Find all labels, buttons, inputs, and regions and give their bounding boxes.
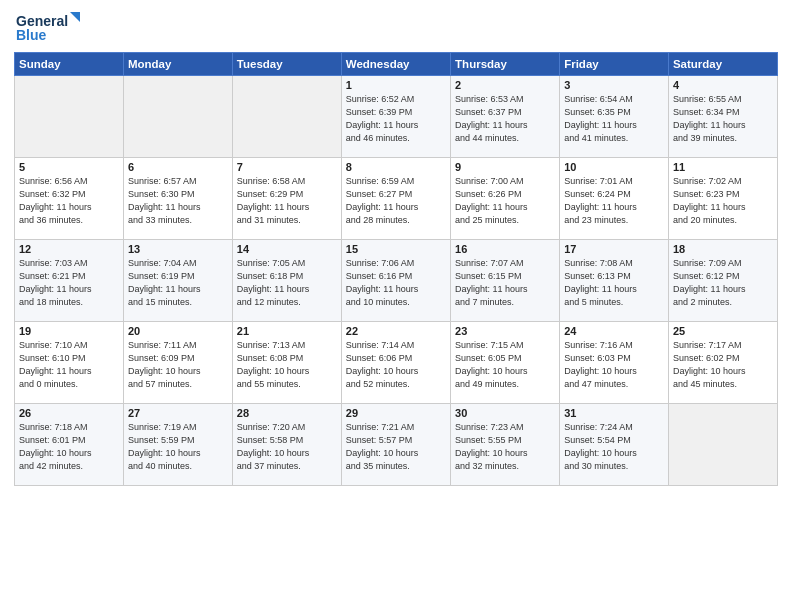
day-info: Sunrise: 7:24 AM Sunset: 5:54 PM Dayligh…	[564, 421, 664, 473]
calendar-cell: 27Sunrise: 7:19 AM Sunset: 5:59 PM Dayli…	[123, 404, 232, 486]
day-number: 27	[128, 407, 228, 419]
day-number: 13	[128, 243, 228, 255]
weekday-header-sunday: Sunday	[15, 53, 124, 76]
calendar-cell: 21Sunrise: 7:13 AM Sunset: 6:08 PM Dayli…	[232, 322, 341, 404]
calendar-cell: 20Sunrise: 7:11 AM Sunset: 6:09 PM Dayli…	[123, 322, 232, 404]
weekday-header-monday: Monday	[123, 53, 232, 76]
day-number: 22	[346, 325, 446, 337]
week-row-4: 26Sunrise: 7:18 AM Sunset: 6:01 PM Dayli…	[15, 404, 778, 486]
week-row-2: 12Sunrise: 7:03 AM Sunset: 6:21 PM Dayli…	[15, 240, 778, 322]
day-info: Sunrise: 7:05 AM Sunset: 6:18 PM Dayligh…	[237, 257, 337, 309]
day-info: Sunrise: 6:56 AM Sunset: 6:32 PM Dayligh…	[19, 175, 119, 227]
calendar-cell: 23Sunrise: 7:15 AM Sunset: 6:05 PM Dayli…	[451, 322, 560, 404]
day-info: Sunrise: 6:59 AM Sunset: 6:27 PM Dayligh…	[346, 175, 446, 227]
day-info: Sunrise: 6:55 AM Sunset: 6:34 PM Dayligh…	[673, 93, 773, 145]
calendar-cell	[123, 76, 232, 158]
day-info: Sunrise: 7:09 AM Sunset: 6:12 PM Dayligh…	[673, 257, 773, 309]
day-info: Sunrise: 7:20 AM Sunset: 5:58 PM Dayligh…	[237, 421, 337, 473]
day-info: Sunrise: 7:03 AM Sunset: 6:21 PM Dayligh…	[19, 257, 119, 309]
day-number: 31	[564, 407, 664, 419]
day-number: 9	[455, 161, 555, 173]
day-info: Sunrise: 7:21 AM Sunset: 5:57 PM Dayligh…	[346, 421, 446, 473]
day-info: Sunrise: 7:07 AM Sunset: 6:15 PM Dayligh…	[455, 257, 555, 309]
header: GeneralBlue	[14, 10, 778, 46]
day-number: 19	[19, 325, 119, 337]
week-row-0: 1Sunrise: 6:52 AM Sunset: 6:39 PM Daylig…	[15, 76, 778, 158]
day-number: 7	[237, 161, 337, 173]
day-info: Sunrise: 6:52 AM Sunset: 6:39 PM Dayligh…	[346, 93, 446, 145]
day-info: Sunrise: 7:00 AM Sunset: 6:26 PM Dayligh…	[455, 175, 555, 227]
calendar-cell: 1Sunrise: 6:52 AM Sunset: 6:39 PM Daylig…	[341, 76, 450, 158]
day-number: 12	[19, 243, 119, 255]
day-info: Sunrise: 7:02 AM Sunset: 6:23 PM Dayligh…	[673, 175, 773, 227]
calendar-cell: 25Sunrise: 7:17 AM Sunset: 6:02 PM Dayli…	[668, 322, 777, 404]
day-number: 1	[346, 79, 446, 91]
calendar-cell	[15, 76, 124, 158]
calendar-cell: 15Sunrise: 7:06 AM Sunset: 6:16 PM Dayli…	[341, 240, 450, 322]
calendar-cell: 16Sunrise: 7:07 AM Sunset: 6:15 PM Dayli…	[451, 240, 560, 322]
day-info: Sunrise: 6:58 AM Sunset: 6:29 PM Dayligh…	[237, 175, 337, 227]
day-info: Sunrise: 7:08 AM Sunset: 6:13 PM Dayligh…	[564, 257, 664, 309]
calendar-cell: 28Sunrise: 7:20 AM Sunset: 5:58 PM Dayli…	[232, 404, 341, 486]
calendar-cell: 2Sunrise: 6:53 AM Sunset: 6:37 PM Daylig…	[451, 76, 560, 158]
calendar-cell: 11Sunrise: 7:02 AM Sunset: 6:23 PM Dayli…	[668, 158, 777, 240]
day-info: Sunrise: 7:10 AM Sunset: 6:10 PM Dayligh…	[19, 339, 119, 391]
calendar-cell: 30Sunrise: 7:23 AM Sunset: 5:55 PM Dayli…	[451, 404, 560, 486]
svg-text:Blue: Blue	[16, 27, 47, 43]
day-number: 15	[346, 243, 446, 255]
day-info: Sunrise: 7:13 AM Sunset: 6:08 PM Dayligh…	[237, 339, 337, 391]
weekday-header-tuesday: Tuesday	[232, 53, 341, 76]
day-number: 11	[673, 161, 773, 173]
day-info: Sunrise: 7:17 AM Sunset: 6:02 PM Dayligh…	[673, 339, 773, 391]
calendar-cell: 31Sunrise: 7:24 AM Sunset: 5:54 PM Dayli…	[560, 404, 669, 486]
day-number: 21	[237, 325, 337, 337]
day-number: 2	[455, 79, 555, 91]
calendar-cell: 6Sunrise: 6:57 AM Sunset: 6:30 PM Daylig…	[123, 158, 232, 240]
day-info: Sunrise: 6:54 AM Sunset: 6:35 PM Dayligh…	[564, 93, 664, 145]
day-info: Sunrise: 7:16 AM Sunset: 6:03 PM Dayligh…	[564, 339, 664, 391]
svg-marker-2	[70, 12, 80, 22]
calendar-cell: 12Sunrise: 7:03 AM Sunset: 6:21 PM Dayli…	[15, 240, 124, 322]
day-number: 3	[564, 79, 664, 91]
day-number: 10	[564, 161, 664, 173]
day-info: Sunrise: 6:53 AM Sunset: 6:37 PM Dayligh…	[455, 93, 555, 145]
day-info: Sunrise: 7:18 AM Sunset: 6:01 PM Dayligh…	[19, 421, 119, 473]
calendar-table: SundayMondayTuesdayWednesdayThursdayFrid…	[14, 52, 778, 486]
calendar-cell: 24Sunrise: 7:16 AM Sunset: 6:03 PM Dayli…	[560, 322, 669, 404]
day-info: Sunrise: 7:23 AM Sunset: 5:55 PM Dayligh…	[455, 421, 555, 473]
day-number: 6	[128, 161, 228, 173]
day-info: Sunrise: 7:01 AM Sunset: 6:24 PM Dayligh…	[564, 175, 664, 227]
calendar-cell: 26Sunrise: 7:18 AM Sunset: 6:01 PM Dayli…	[15, 404, 124, 486]
day-info: Sunrise: 7:14 AM Sunset: 6:06 PM Dayligh…	[346, 339, 446, 391]
day-info: Sunrise: 7:15 AM Sunset: 6:05 PM Dayligh…	[455, 339, 555, 391]
calendar-cell: 14Sunrise: 7:05 AM Sunset: 6:18 PM Dayli…	[232, 240, 341, 322]
week-row-3: 19Sunrise: 7:10 AM Sunset: 6:10 PM Dayli…	[15, 322, 778, 404]
page-container: GeneralBlue SundayMondayTuesdayWednesday…	[0, 0, 792, 492]
week-row-1: 5Sunrise: 6:56 AM Sunset: 6:32 PM Daylig…	[15, 158, 778, 240]
day-number: 29	[346, 407, 446, 419]
calendar-cell: 22Sunrise: 7:14 AM Sunset: 6:06 PM Dayli…	[341, 322, 450, 404]
logo-icon: GeneralBlue	[14, 10, 84, 46]
calendar-cell: 18Sunrise: 7:09 AM Sunset: 6:12 PM Dayli…	[668, 240, 777, 322]
day-number: 16	[455, 243, 555, 255]
calendar-cell: 29Sunrise: 7:21 AM Sunset: 5:57 PM Dayli…	[341, 404, 450, 486]
day-number: 18	[673, 243, 773, 255]
day-number: 26	[19, 407, 119, 419]
weekday-header-thursday: Thursday	[451, 53, 560, 76]
logo: GeneralBlue	[14, 10, 84, 46]
calendar-cell: 10Sunrise: 7:01 AM Sunset: 6:24 PM Dayli…	[560, 158, 669, 240]
calendar-cell: 4Sunrise: 6:55 AM Sunset: 6:34 PM Daylig…	[668, 76, 777, 158]
day-info: Sunrise: 7:19 AM Sunset: 5:59 PM Dayligh…	[128, 421, 228, 473]
calendar-cell: 9Sunrise: 7:00 AM Sunset: 6:26 PM Daylig…	[451, 158, 560, 240]
calendar-cell	[668, 404, 777, 486]
day-number: 23	[455, 325, 555, 337]
day-info: Sunrise: 7:04 AM Sunset: 6:19 PM Dayligh…	[128, 257, 228, 309]
day-number: 25	[673, 325, 773, 337]
weekday-header-wednesday: Wednesday	[341, 53, 450, 76]
day-number: 8	[346, 161, 446, 173]
calendar-cell: 13Sunrise: 7:04 AM Sunset: 6:19 PM Dayli…	[123, 240, 232, 322]
day-number: 28	[237, 407, 337, 419]
day-number: 30	[455, 407, 555, 419]
calendar-cell: 17Sunrise: 7:08 AM Sunset: 6:13 PM Dayli…	[560, 240, 669, 322]
calendar-cell: 7Sunrise: 6:58 AM Sunset: 6:29 PM Daylig…	[232, 158, 341, 240]
